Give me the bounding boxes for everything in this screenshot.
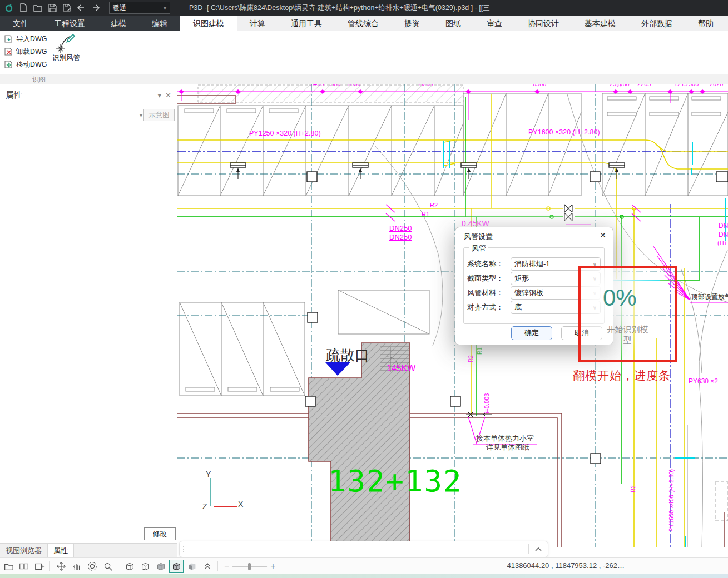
undo-icon[interactable] xyxy=(76,2,87,13)
tab-modeling[interactable]: 建模 xyxy=(98,16,139,31)
cube-shaded-edges-icon[interactable] xyxy=(169,560,184,573)
toolbar-divider xyxy=(49,561,50,571)
cad-label: 详见单体图纸 xyxy=(486,444,529,451)
dimension-label: 1050 xyxy=(347,84,360,87)
cad-label: 132+132 xyxy=(328,466,463,497)
tab-pipeline-integration[interactable]: 管线综合 xyxy=(335,16,392,31)
import-dwg-button[interactable]: 导入DWG xyxy=(4,33,47,44)
section-type-value: 矩形 xyxy=(514,273,529,283)
dimension-label: 560 xyxy=(330,84,340,87)
groupbox-label: 风管 xyxy=(469,243,488,253)
tab-review[interactable]: 审查 xyxy=(474,16,515,31)
parking-stalls-mid xyxy=(180,302,305,396)
dialog-close-icon[interactable]: ✕ xyxy=(600,231,606,240)
new-view-icon[interactable] xyxy=(1,560,16,573)
section-type-label: 截面类型： xyxy=(467,273,511,283)
zoom-slider-thumb[interactable] xyxy=(248,563,251,570)
recognize-duct-label: 识别风管 xyxy=(51,53,81,63)
panel-close-icon[interactable]: ✕ xyxy=(165,91,171,99)
cube-monochrome-icon[interactable] xyxy=(185,560,199,573)
zoom-magnifier-icon[interactable] xyxy=(101,560,115,573)
command-bar[interactable] xyxy=(179,541,548,557)
dimension-label: 2020 xyxy=(710,84,723,87)
drag-handle-icon[interactable] xyxy=(180,546,187,552)
recognize-duct-button[interactable]: 识别风管 xyxy=(51,32,81,72)
ribbon-group-strip: 识图 xyxy=(0,74,728,85)
cad-label: Y xyxy=(206,470,211,479)
tab-submittal[interactable]: 提资 xyxy=(392,16,433,31)
chevron-down-icon: ▾ xyxy=(164,5,166,11)
redo-icon[interactable] xyxy=(90,2,101,13)
tab-collaboration[interactable]: 协同设计 xyxy=(515,16,572,31)
progress-percent: 0% xyxy=(603,285,637,311)
tab-group-right: 计算 通用工具 管线综合 提资 图纸 审查 协同设计 基本建模 外部数据 帮助 … xyxy=(237,16,728,31)
zoom-in-button[interactable]: + xyxy=(267,561,279,571)
cad-label: R2 xyxy=(631,485,637,492)
cad-label: 接本单体热力小室 xyxy=(476,435,534,442)
move-dwg-icon xyxy=(4,60,13,69)
save-as-icon[interactable] xyxy=(61,2,72,13)
new-file-icon[interactable] xyxy=(18,2,29,13)
command-input[interactable] xyxy=(187,541,528,557)
tab-recognition-modeling[interactable]: 识图建模 xyxy=(180,16,237,31)
cad-label: i=0.003 xyxy=(484,393,491,413)
cube-wireframe-icon[interactable] xyxy=(122,560,137,573)
discipline-selector[interactable]: 暖通 ▾ xyxy=(109,2,170,14)
tab-file[interactable]: 文件 xyxy=(0,16,41,31)
import-dwg-icon xyxy=(4,34,13,43)
add-window-icon[interactable] xyxy=(32,560,47,573)
dimension-label: 2205 xyxy=(637,84,651,87)
cad-label: PY1250 ×320 (H+2.80) xyxy=(249,130,321,137)
dialog-title: 风管设置 xyxy=(464,232,493,242)
fit-extents-icon[interactable] xyxy=(54,560,68,573)
move-dwg-button[interactable]: 移动DWG xyxy=(4,59,47,70)
dimension-label: 6200 xyxy=(419,84,433,87)
tab-external-data[interactable]: 外部数据 xyxy=(628,16,685,31)
parking-stalls-top xyxy=(178,93,728,196)
progress-caption-line1: 开始识别模 xyxy=(600,324,655,335)
cad-label: 145KW xyxy=(387,364,415,373)
duct-material-value: 镀锌钢板 xyxy=(514,288,543,298)
open-file-icon[interactable] xyxy=(32,2,43,13)
save-icon[interactable] xyxy=(47,2,58,13)
properties-combo[interactable]: ▾ xyxy=(3,109,146,121)
axis-tripod xyxy=(210,478,237,507)
tab-project-settings[interactable]: 工程设置 xyxy=(41,16,98,31)
cad-label: R1 xyxy=(477,347,483,355)
tab-calculation[interactable]: 计算 xyxy=(237,16,278,31)
unload-dwg-button[interactable]: 卸载DWG xyxy=(4,46,47,57)
dimension-label: 6500 xyxy=(533,84,546,87)
tab-general-tools[interactable]: 通用工具 xyxy=(278,16,335,31)
dimension-label: 25@60 xyxy=(610,84,630,87)
chevron-up-icon[interactable] xyxy=(529,547,548,551)
zoom-slider[interactable] xyxy=(232,566,267,567)
damper-symbols xyxy=(230,163,625,179)
schematic-button[interactable]: 示意图 xyxy=(143,109,175,121)
zoom-out-button[interactable]: − xyxy=(221,561,232,571)
tab-help[interactable]: 帮助 xyxy=(685,16,726,31)
tab-properties[interactable]: 属性 xyxy=(47,544,74,558)
orbit-icon[interactable] xyxy=(85,560,100,573)
recognize-duct-icon xyxy=(56,32,76,53)
ok-button[interactable]: 确定 xyxy=(511,326,552,340)
tab-basic-modeling[interactable]: 基本建模 xyxy=(572,16,628,31)
tab-view-browser[interactable]: 视图浏览器 xyxy=(0,544,47,558)
unload-dwg-label: 卸载DWG xyxy=(16,47,47,57)
title-bar: 暖通 ▾ P3D -[ C:\Users\陈康824\Desktop\炳灵寺-建… xyxy=(0,0,728,16)
tile-windows-icon[interactable] xyxy=(17,560,31,573)
tab-drawings[interactable]: 图纸 xyxy=(433,16,474,31)
duct-material-label: 风管材料： xyxy=(467,288,511,298)
cube-shaded-icon[interactable] xyxy=(153,560,168,573)
valve-symbols xyxy=(564,205,572,221)
panel-collapse-icon[interactable]: ▾ xyxy=(157,91,161,99)
modify-button[interactable]: 修改 xyxy=(144,527,176,540)
tab-edit[interactable]: 编辑 xyxy=(139,16,180,31)
toolbar-divider xyxy=(118,561,118,571)
pan-hand-icon[interactable] xyxy=(70,560,84,573)
dimension-label: 5450 xyxy=(310,84,324,87)
cad-label: R2 xyxy=(430,202,438,209)
cad-label: DN xyxy=(719,222,728,230)
collapse-chevrons-icon[interactable] xyxy=(200,560,215,573)
annotation-note: 翻模开始，进度条 xyxy=(573,368,671,383)
cube-hidden-line-icon[interactable] xyxy=(138,560,152,573)
